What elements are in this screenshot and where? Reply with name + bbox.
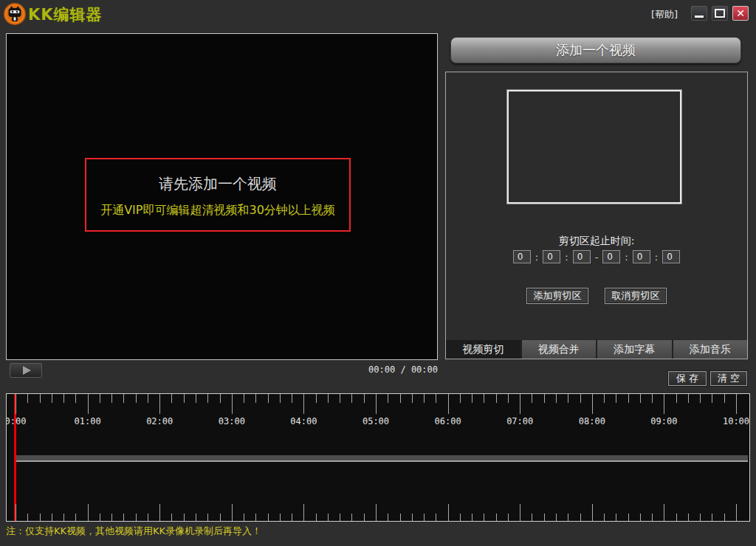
ruler-tick <box>88 394 89 414</box>
timeline[interactable]: 0:0001:0002:0003:0004:0005:0006:0007:000… <box>6 393 750 522</box>
ruler-tick <box>568 394 568 403</box>
time-separator-colon: : <box>655 252 658 263</box>
clip-time-field-2[interactable] <box>573 250 591 263</box>
ruler-tick <box>496 394 497 403</box>
ruler-tick <box>351 514 352 521</box>
add-clip-button[interactable]: 添加剪切区 <box>526 288 588 304</box>
ruler-tick <box>448 394 449 414</box>
ruler-tick <box>27 394 28 403</box>
tab-视频剪切[interactable]: 视频剪切 <box>446 340 520 359</box>
ruler-tick <box>424 394 425 403</box>
ruler-label: 02:00 <box>146 416 173 426</box>
ruler-tick <box>292 514 292 521</box>
ruler-tick <box>556 394 557 403</box>
ruler-tick <box>63 514 64 521</box>
ruler-tick <box>688 514 689 521</box>
ruler-tick <box>604 394 605 403</box>
ruler-tick <box>196 394 196 403</box>
ruler-tick <box>388 514 388 521</box>
ruler-tick <box>580 394 581 403</box>
time-separator-colon: : <box>625 252 628 263</box>
tab-添加字幕[interactable]: 添加字幕 <box>596 340 672 359</box>
ruler-tick <box>364 514 365 521</box>
ruler-label: 04:00 <box>290 416 317 426</box>
tab-视频合并[interactable]: 视频合并 <box>520 340 597 359</box>
cancel-clip-button[interactable]: 取消剪切区 <box>605 288 667 304</box>
clip-panel: 剪切区起止时间: ::-:: 添加剪切区 取消剪切区 视频剪切视频合并添加字幕添… <box>445 72 748 359</box>
add-video-message-box: 请先添加一个视频 开通VIP即可编辑超清视频和30分钟以上视频 <box>85 158 351 232</box>
ruler-tick <box>460 514 461 521</box>
ruler-tick <box>244 394 244 403</box>
ruler-tick <box>255 514 256 521</box>
vip-message: 开通VIP即可编辑超清视频和30分钟以上视频 <box>86 203 349 218</box>
clip-time-inputs: ::-:: <box>446 250 747 263</box>
ruler-tick <box>604 514 605 521</box>
ruler-tick <box>100 394 100 403</box>
help-link[interactable]: [帮助] <box>651 8 678 21</box>
ruler-tick <box>652 394 653 403</box>
ruler-tick <box>664 504 664 521</box>
ruler-tick <box>592 504 593 521</box>
play-button[interactable] <box>10 363 42 378</box>
time-separator-colon: : <box>565 252 568 263</box>
clip-range-label: 剪切区起止时间: <box>446 235 747 248</box>
clip-time-field-1[interactable] <box>543 250 560 263</box>
ruler-tick <box>136 394 137 403</box>
ruler-tick <box>460 394 461 403</box>
message-title: 请先添加一个视频 <box>86 174 349 194</box>
kk-logo-icon <box>3 2 27 26</box>
ruler-tick <box>736 504 737 521</box>
ruler-tick <box>472 514 472 521</box>
timeline-track[interactable] <box>16 455 748 462</box>
ruler-tick <box>496 514 497 521</box>
ruler-tick <box>628 514 629 521</box>
clip-time-field-4[interactable] <box>633 250 650 263</box>
clip-time-field-3[interactable] <box>602 250 620 263</box>
ruler-tick <box>292 394 292 403</box>
ruler-tick <box>63 394 64 403</box>
footer-note: 注：仅支持KK视频，其他视频请用KK录像机录制后再导入！ <box>6 525 261 538</box>
ruler-tick <box>220 394 221 403</box>
ruler-tick <box>111 514 112 521</box>
maximize-button[interactable] <box>712 6 728 21</box>
ruler-tick <box>184 394 185 403</box>
ruler-tick <box>628 394 629 403</box>
tab-添加音乐[interactable]: 添加音乐 <box>672 340 748 359</box>
ruler-tick <box>640 514 641 521</box>
ruler-tick <box>75 394 76 403</box>
ruler-tick <box>316 394 317 403</box>
ruler-tick <box>303 504 304 521</box>
clip-time-field-0[interactable] <box>513 250 531 263</box>
ruler-tick <box>268 514 269 521</box>
save-button[interactable]: 保 存 <box>668 371 707 386</box>
ruler-label: 03:00 <box>219 416 245 426</box>
ruler-tick <box>340 514 340 521</box>
clear-button[interactable]: 清 空 <box>710 371 747 386</box>
ruler-tick <box>52 394 52 403</box>
ruler-tick <box>88 504 89 521</box>
clip-time-field-5[interactable] <box>662 250 680 263</box>
ruler-tick <box>40 394 41 403</box>
ruler-tick <box>340 394 340 403</box>
add-video-button[interactable]: 添加一个视频 <box>450 37 741 63</box>
play-icon <box>23 366 31 375</box>
ruler-label: 09:00 <box>650 416 677 426</box>
ruler-tick <box>244 514 244 521</box>
ruler-tick <box>27 514 28 521</box>
ruler-tick <box>508 394 509 403</box>
clip-preview-box <box>506 89 682 204</box>
ruler-tick <box>148 514 148 521</box>
ruler-tick <box>232 394 233 414</box>
ruler-tick <box>351 394 352 403</box>
ruler-tick <box>159 504 160 521</box>
ruler-tick <box>268 394 269 403</box>
ruler-tick <box>532 514 532 521</box>
ruler-tick <box>448 504 449 521</box>
close-button[interactable]: ✕ <box>732 6 749 21</box>
ruler-tick <box>123 514 124 521</box>
ruler-tick <box>472 394 472 403</box>
ruler-tick <box>412 394 413 403</box>
clip-buttons-row: 添加剪切区 取消剪切区 <box>446 288 747 304</box>
ruler-tick <box>436 514 436 521</box>
minimize-button[interactable] <box>691 6 707 21</box>
